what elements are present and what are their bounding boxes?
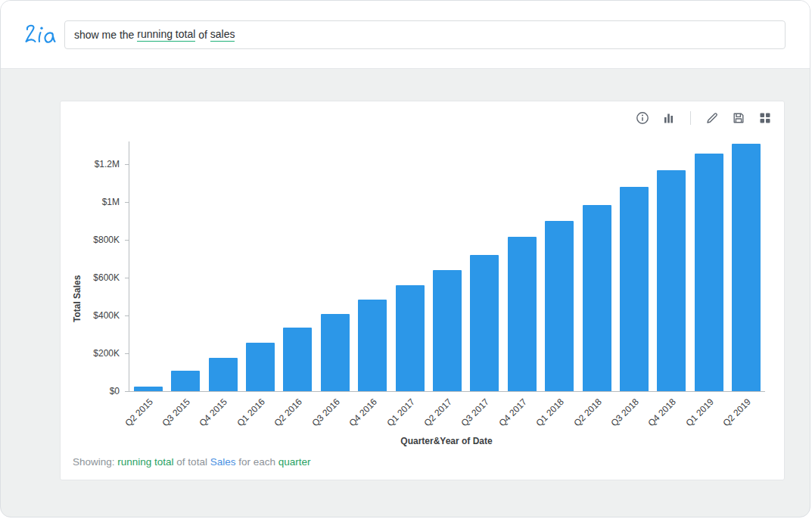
bar-slot xyxy=(466,255,503,391)
query-part: of xyxy=(195,29,210,41)
y-tick-label: $400K xyxy=(93,309,120,322)
y-tick-mark xyxy=(125,240,129,241)
y-tick-mark xyxy=(125,164,129,165)
bar-q2-2019[interactable] xyxy=(732,144,761,392)
y-tick-label: $1.2M xyxy=(95,158,120,170)
bars-container xyxy=(129,141,765,391)
x-tick-cell: Q2 2016 xyxy=(278,392,316,440)
x-axis-title: Quarter&Year of Date xyxy=(129,436,764,446)
bar-q3-2016[interactable] xyxy=(321,314,350,392)
bar-slot xyxy=(540,221,577,391)
bar-slot xyxy=(428,270,465,391)
edit-icon[interactable] xyxy=(705,111,719,125)
y-tick-label: $200K xyxy=(93,347,120,359)
zia-logo xyxy=(20,20,60,49)
x-tick-cell: Q4 2018 xyxy=(652,392,689,440)
bar-slot xyxy=(690,154,727,391)
bar-slot xyxy=(578,205,615,391)
bar-q1-2016[interactable] xyxy=(246,343,275,391)
bar-slot xyxy=(204,358,241,391)
bar-q1-2017[interactable] xyxy=(396,285,425,391)
x-tick-cell: Q4 2015 xyxy=(204,392,241,440)
showing-caption: Showing: running total of total Sales fo… xyxy=(61,455,784,480)
y-tick-label: $600K xyxy=(93,272,120,284)
x-tick-label: Q2 2015 xyxy=(123,396,154,428)
caption-part: of total xyxy=(174,456,210,468)
bar-slot xyxy=(728,144,765,392)
plot-area xyxy=(129,141,765,392)
bar-q3-2015[interactable] xyxy=(171,371,200,392)
bar-q4-2015[interactable] xyxy=(209,358,238,391)
query-part: sales xyxy=(210,28,235,42)
chart-card: Total Sales $0$200K$400K$600K$800K$1M$1.… xyxy=(60,101,785,480)
y-tick-mark xyxy=(125,353,129,354)
bar-slot xyxy=(166,371,204,392)
toolbar-divider xyxy=(690,111,691,125)
x-tick-cell: Q2 2017 xyxy=(428,392,465,440)
bar-q2-2016[interactable] xyxy=(283,328,312,391)
query-part: running total xyxy=(137,28,195,42)
y-tick-label: $800K xyxy=(93,234,120,246)
info-icon[interactable] xyxy=(636,111,649,125)
bar-q4-2016[interactable] xyxy=(358,300,387,391)
bar-q4-2018[interactable] xyxy=(657,170,686,392)
y-tick-mark xyxy=(125,202,129,203)
bar-q3-2017[interactable] xyxy=(470,255,499,391)
x-tick-cell: Q4 2017 xyxy=(502,392,540,440)
bar-slot xyxy=(391,285,428,391)
query-part: show me the xyxy=(74,29,137,41)
x-tick-cell: Q4 2016 xyxy=(353,392,390,440)
x-axis-labels: Q2 2015Q3 2015Q4 2015Q1 2016Q2 2016Q3 20… xyxy=(129,392,764,440)
bar-slot xyxy=(129,387,166,391)
x-tick-cell: Q2 2019 xyxy=(727,392,764,440)
bar-q1-2019[interactable] xyxy=(695,154,723,391)
caption-part: running total xyxy=(117,456,173,468)
y-tick-mark xyxy=(125,278,129,278)
bar-slot xyxy=(241,343,278,391)
x-tick-cell: Q3 2018 xyxy=(614,392,652,440)
bar-q2-2017[interactable] xyxy=(433,270,462,391)
bar-q4-2017[interactable] xyxy=(508,237,537,391)
x-tick-cell: Q1 2019 xyxy=(689,392,726,440)
chart-toolbar xyxy=(61,101,784,133)
bar-slot xyxy=(316,314,353,392)
bar-chart: Total Sales $0$200K$400K$600K$800K$1M$1.… xyxy=(61,133,784,455)
y-tick-mark xyxy=(125,315,129,316)
bar-q3-2018[interactable] xyxy=(620,187,649,391)
x-tick-cell: Q3 2015 xyxy=(166,392,203,440)
bar-chart-icon[interactable] xyxy=(662,111,676,125)
caption-part: Showing: xyxy=(73,456,117,468)
header: show me the running total of sales xyxy=(1,1,810,69)
search-input[interactable]: show me the running total of sales xyxy=(64,20,786,49)
caption-part: Sales xyxy=(210,456,236,468)
grid-icon[interactable] xyxy=(758,111,772,125)
x-tick-cell: Q2 2018 xyxy=(577,392,614,440)
bar-slot xyxy=(503,237,540,391)
zia-logo-icon xyxy=(22,22,58,48)
bar-slot xyxy=(653,170,690,392)
x-tick-cell: Q3 2017 xyxy=(465,392,502,440)
x-tick-cell: Q1 2016 xyxy=(241,392,278,440)
bar-q1-2018[interactable] xyxy=(545,221,574,391)
app-window: show me the running total of sales xyxy=(0,0,810,517)
caption-part: quarter xyxy=(278,456,311,468)
y-tick-label: $1M xyxy=(102,196,120,208)
save-icon[interactable] xyxy=(732,111,745,125)
x-tick-cell: Q1 2017 xyxy=(390,392,428,440)
bar-q2-2015[interactable] xyxy=(134,387,163,391)
bar-slot xyxy=(615,187,652,391)
bar-slot xyxy=(353,300,390,391)
x-tick-cell: Q3 2016 xyxy=(316,392,353,440)
caption-part: for each xyxy=(235,456,278,468)
y-tick-label: $0 xyxy=(110,385,120,397)
bar-slot xyxy=(279,328,316,391)
y-axis-labels: $0$200K$400K$600K$800K$1M$1.2M xyxy=(61,141,129,391)
x-tick-cell: Q1 2018 xyxy=(540,392,577,440)
x-tick-cell: Q2 2015 xyxy=(129,392,166,440)
bar-q2-2018[interactable] xyxy=(583,205,611,391)
